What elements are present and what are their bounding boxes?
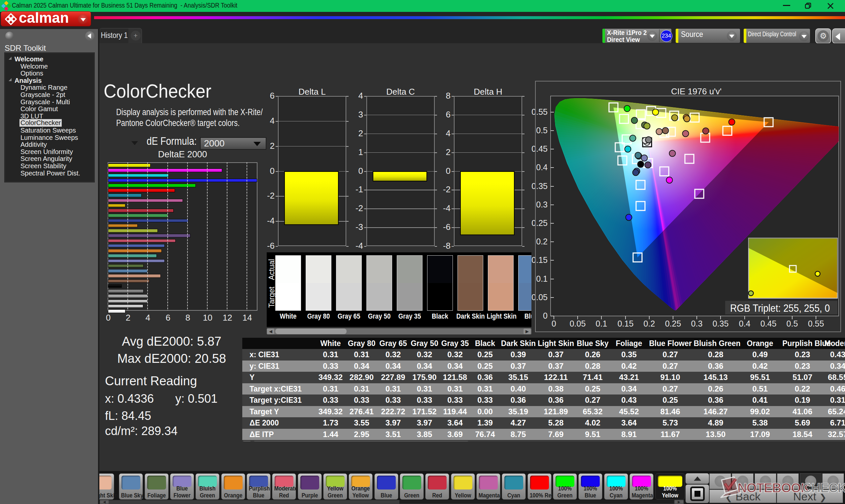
- svg-text:NOTEBOOK: NOTEBOOK: [737, 481, 810, 495]
- svg-text:CHECK: CHECK: [802, 481, 845, 495]
